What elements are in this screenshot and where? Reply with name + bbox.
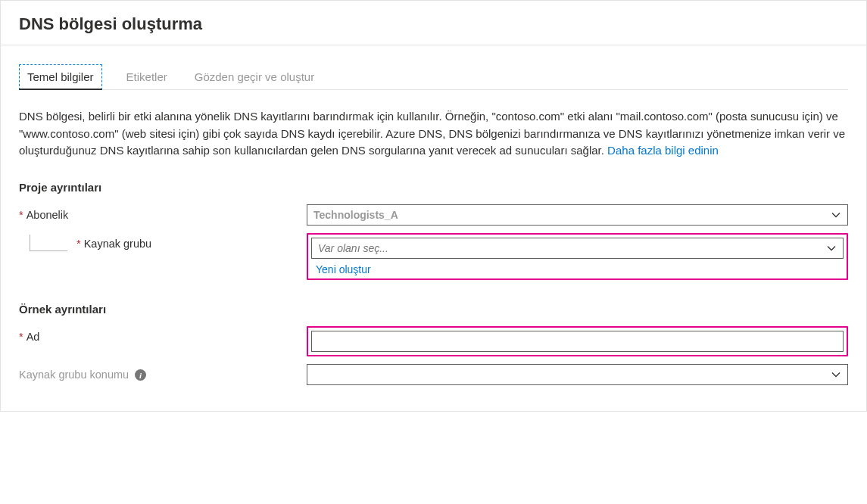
resource-group-label: *Kaynak grubu [76,238,151,250]
subscription-select[interactable]: Technologists_A [307,204,848,226]
name-label: *Ad [19,326,307,343]
location-label: Kaynak grubu konumu i [19,364,307,381]
chevron-down-icon [831,210,841,220]
required-indicator: * [19,209,23,221]
page-title: DNS bölgesi oluşturma [19,14,848,34]
create-new-link[interactable]: Yeni oluştur [316,263,371,275]
description-body: DNS bölgesi, belirli bir etki alanına yö… [19,110,845,157]
resource-group-select[interactable]: Var olanı seç... [311,238,844,259]
subscription-value: Technologists_A [313,209,398,221]
tab-basics[interactable]: Temel bilgiler [19,64,102,90]
required-indicator: * [19,331,23,343]
subscription-label: *Abonelik [19,204,307,221]
description-text: DNS bölgesi, belirli bir etki alanına yö… [19,108,848,160]
name-input[interactable] [311,331,844,352]
section-instance-details: Örnek ayrıntıları [19,303,848,316]
tab-tags[interactable]: Etiketler [123,64,170,90]
location-select[interactable] [307,364,848,385]
tree-connector [30,235,67,251]
info-icon[interactable]: i [135,369,146,381]
name-highlight [307,326,848,356]
tab-review[interactable]: Gözden geçir ve oluştur [192,64,317,90]
resource-group-placeholder: Var olanı seç... [318,242,388,254]
resource-group-highlight: Var olanı seç... Yeni oluştur [307,233,848,280]
required-indicator: * [76,238,81,250]
tab-bar: Temel bilgiler Etiketler Gözden geçir ve… [19,64,848,90]
chevron-down-icon [826,243,837,254]
chevron-down-icon [831,369,841,380]
learn-more-link[interactable]: Daha fazla bilgi edinin [607,144,719,157]
section-project-details: Proje ayrıntıları [19,181,848,194]
